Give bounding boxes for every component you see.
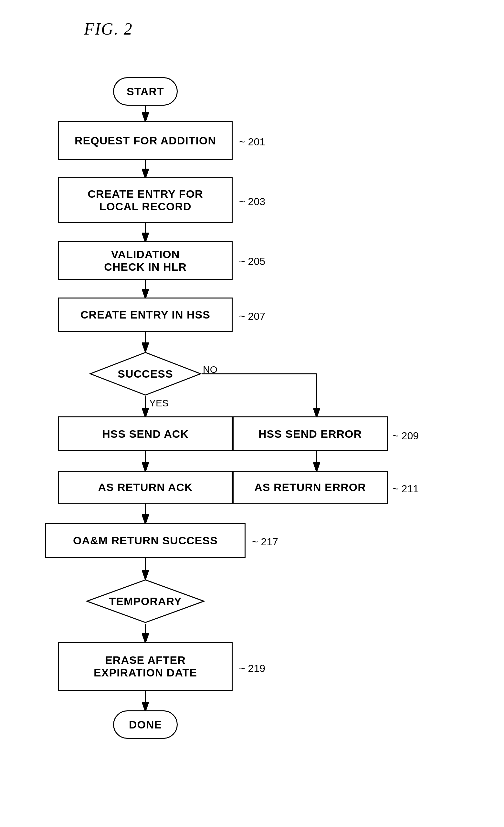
ref-205: ~ 205 xyxy=(239,255,265,267)
ref-217: ~ 217 xyxy=(252,536,278,548)
node-215: AS RETURN ACK xyxy=(58,471,233,504)
done-node: DONE xyxy=(113,711,178,739)
yes-label: YES xyxy=(149,398,169,409)
ref-211: ~ 211 xyxy=(393,483,419,495)
no-label: NO xyxy=(203,364,217,375)
temporary-diamond: TEMPORARY xyxy=(86,579,205,624)
node-201: REQUEST FOR ADDITION xyxy=(58,121,233,160)
node-207: CREATE ENTRY IN HSS xyxy=(58,297,233,332)
ref-209: ~ 209 xyxy=(393,430,419,442)
ref-203: ~ 203 xyxy=(239,196,265,208)
ref-201: ~ 201 xyxy=(239,136,265,148)
ref-207: ~ 207 xyxy=(239,310,265,323)
success-diamond: SUCCESS xyxy=(89,351,202,396)
node-219: ERASE AFTER EXPIRATION DATE xyxy=(58,642,233,691)
flowchart: START REQUEST FOR ADDITION ~ 201 CREATE … xyxy=(26,58,478,817)
fig-title: FIG. 2 xyxy=(84,19,478,39)
node-213: HSS SEND ACK xyxy=(58,417,233,451)
node-211: AS RETURN ERROR xyxy=(233,471,388,504)
page: FIG. 2 xyxy=(0,0,504,827)
ref-219: ~ 219 xyxy=(239,663,265,675)
node-205: VALIDATION CHECK IN HLR xyxy=(58,241,233,280)
start-node: START xyxy=(113,77,178,106)
node-209: HSS SEND ERROR xyxy=(233,417,388,451)
node-203: CREATE ENTRY FOR LOCAL RECORD xyxy=(58,177,233,223)
node-217: OA&M RETURN SUCCESS xyxy=(45,523,246,558)
